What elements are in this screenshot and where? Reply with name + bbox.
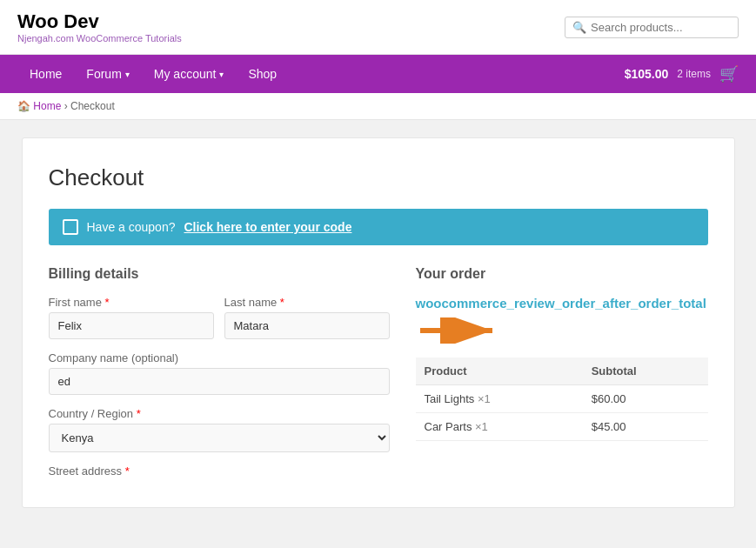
breadcrumb: 🏠 Home › Checkout xyxy=(0,93,756,120)
subtotal-cell: $60.00 xyxy=(583,385,708,413)
coupon-icon xyxy=(63,219,78,235)
country-label: Country / Region * xyxy=(49,407,390,420)
last-name-label: Last name * xyxy=(224,296,390,309)
product-header: Product xyxy=(416,358,583,385)
chevron-down-icon: ▾ xyxy=(125,70,130,79)
coupon-link[interactable]: Click here to enter your code xyxy=(184,220,351,234)
cart-price: $105.00 xyxy=(625,67,669,81)
company-group: Company name (optional) xyxy=(49,351,390,395)
subtotal-cell: $45.00 xyxy=(583,413,708,441)
nav-forum[interactable]: Forum ▾ xyxy=(74,55,141,93)
nav-bar: Home Forum ▾ My account ▾ Shop $105.00 2… xyxy=(0,55,756,93)
order-section-title: Your order xyxy=(416,266,708,282)
table-row: Tail Lights ×1$60.00 xyxy=(416,385,708,413)
nav-my-account[interactable]: My account ▾ xyxy=(142,55,237,93)
breadcrumb-current: Checkout xyxy=(70,100,115,112)
checkout-card: Checkout Have a coupon? Click here to en… xyxy=(22,137,735,508)
product-cell: Tail Lights ×1 xyxy=(416,385,583,413)
company-input[interactable] xyxy=(49,368,390,395)
country-select[interactable]: Kenya Uganda Tanzania xyxy=(49,424,390,452)
search-input[interactable] xyxy=(591,21,731,34)
company-label: Company name (optional) xyxy=(49,351,390,364)
checkout-title: Checkout xyxy=(49,164,708,191)
main-content: Checkout Have a coupon? Click here to en… xyxy=(4,120,753,525)
street-group: Street address * xyxy=(49,464,390,481)
subtotal-header: Subtotal xyxy=(583,358,708,385)
order-column: Your order woocommerce_review_order_afte… xyxy=(416,266,708,481)
table-row: Car Parts ×1$45.00 xyxy=(416,413,708,441)
hook-text: woocommerce_review_order_after_order_tot… xyxy=(416,296,708,311)
first-name-group: First name * xyxy=(49,296,214,339)
nav-shop[interactable]: Shop xyxy=(236,55,289,93)
coupon-text: Have a coupon? xyxy=(87,220,176,234)
last-name-group: Last name * xyxy=(224,296,390,339)
search-icon: 🔍 xyxy=(572,21,586,34)
first-name-input[interactable] xyxy=(49,312,214,339)
site-branding: Woo Dev Njengah.com WooCommerce Tutorial… xyxy=(17,10,182,43)
order-table: Product Subtotal Tail Lights ×1$60.00Car… xyxy=(416,358,708,441)
first-name-label: First name * xyxy=(49,296,214,309)
chevron-down-icon: ▾ xyxy=(219,70,224,79)
billing-section-title: Billing details xyxy=(49,266,390,282)
nav-home[interactable]: Home xyxy=(17,55,74,93)
nav-left: Home Forum ▾ My account ▾ Shop xyxy=(17,55,289,93)
billing-column: Billing details First name * Last name * xyxy=(49,266,390,481)
required-mark: * xyxy=(105,296,110,309)
table-header-row: Product Subtotal xyxy=(416,358,708,385)
required-mark: * xyxy=(137,407,141,420)
cart-count: 2 items xyxy=(677,68,711,80)
breadcrumb-home[interactable]: Home xyxy=(33,100,61,112)
coupon-banner: Have a coupon? Click here to enter your … xyxy=(49,209,708,245)
cart-icon[interactable]: 🛒 xyxy=(719,64,739,84)
arrow-container xyxy=(416,317,708,344)
last-name-input[interactable] xyxy=(224,312,390,339)
product-cell: Car Parts ×1 xyxy=(416,413,583,441)
required-mark: * xyxy=(125,464,130,478)
top-bar: Woo Dev Njengah.com WooCommerce Tutorial… xyxy=(0,0,756,55)
arrow-icon xyxy=(416,317,503,344)
country-group: Country / Region * Kenya Uganda Tanzania xyxy=(49,407,390,452)
required-mark: * xyxy=(280,296,284,309)
search-box[interactable]: 🔍 xyxy=(565,17,739,38)
site-title: Woo Dev xyxy=(17,10,182,33)
name-row: First name * Last name * xyxy=(49,296,390,339)
home-icon: 🏠 xyxy=(17,100,30,112)
street-label: Street address * xyxy=(49,464,390,478)
nav-right: $105.00 2 items 🛒 xyxy=(625,64,739,84)
two-column-layout: Billing details First name * Last name * xyxy=(49,266,708,481)
site-subtitle: Njengah.com WooCommerce Tutorials xyxy=(17,33,182,43)
